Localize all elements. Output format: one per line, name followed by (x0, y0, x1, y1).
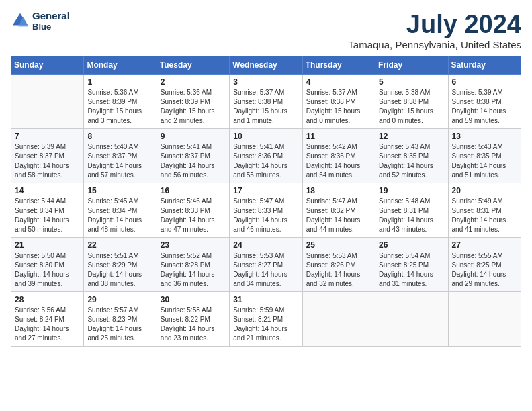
day-number: 28 (15, 295, 80, 304)
day-info: Sunrise: 5:49 AM Sunset: 8:31 PM Dayligh… (452, 197, 517, 234)
day-info: Sunrise: 5:41 AM Sunset: 8:36 PM Dayligh… (233, 142, 298, 180)
day-number: 25 (306, 240, 371, 250)
day-number: 14 (15, 186, 80, 195)
day-number: 15 (87, 186, 152, 195)
calendar-cell: 15Sunrise: 5:45 AM Sunset: 8:34 PM Dayli… (84, 183, 157, 237)
column-header-wednesday: Wednesday (230, 56, 302, 74)
calendar-cell: 28Sunrise: 5:56 AM Sunset: 8:24 PM Dayli… (11, 291, 84, 346)
day-number: 29 (87, 295, 152, 304)
day-info: Sunrise: 5:53 AM Sunset: 8:27 PM Dayligh… (233, 251, 298, 289)
calendar-cell: 18Sunrise: 5:47 AM Sunset: 8:32 PM Dayli… (302, 183, 375, 237)
calendar-cell: 29Sunrise: 5:57 AM Sunset: 8:23 PM Dayli… (84, 291, 157, 346)
day-info: Sunrise: 5:37 AM Sunset: 8:38 PM Dayligh… (306, 88, 371, 126)
calendar-cell (302, 291, 375, 346)
calendar-cell: 7Sunrise: 5:39 AM Sunset: 8:37 PM Daylig… (11, 128, 84, 183)
day-number: 31 (233, 295, 298, 304)
day-number: 19 (379, 186, 444, 195)
calendar-cell (11, 74, 84, 128)
day-number: 10 (233, 132, 298, 141)
day-info: Sunrise: 5:50 AM Sunset: 8:30 PM Dayligh… (15, 251, 80, 289)
column-header-friday: Friday (375, 56, 448, 74)
day-number: 22 (87, 240, 152, 250)
day-number: 4 (306, 77, 371, 87)
calendar-cell: 5Sunrise: 5:38 AM Sunset: 8:38 PM Daylig… (375, 74, 448, 128)
day-info: Sunrise: 5:36 AM Sunset: 8:39 PM Dayligh… (161, 88, 226, 126)
logo: General Blue (11, 11, 70, 32)
calendar-cell: 31Sunrise: 5:59 AM Sunset: 8:21 PM Dayli… (230, 291, 302, 346)
day-number: 21 (15, 240, 80, 250)
day-info: Sunrise: 5:37 AM Sunset: 8:38 PM Dayligh… (233, 88, 298, 126)
day-info: Sunrise: 5:46 AM Sunset: 8:33 PM Dayligh… (161, 197, 226, 234)
logo-icon (11, 11, 30, 30)
calendar-cell: 13Sunrise: 5:43 AM Sunset: 8:35 PM Dayli… (448, 128, 521, 183)
calendar-cell: 8Sunrise: 5:40 AM Sunset: 8:37 PM Daylig… (84, 128, 157, 183)
day-info: Sunrise: 5:41 AM Sunset: 8:37 PM Dayligh… (161, 142, 226, 180)
day-number: 5 (379, 77, 444, 87)
day-info: Sunrise: 5:43 AM Sunset: 8:35 PM Dayligh… (379, 142, 444, 180)
calendar-cell: 2Sunrise: 5:36 AM Sunset: 8:39 PM Daylig… (157, 74, 229, 128)
day-info: Sunrise: 5:39 AM Sunset: 8:38 PM Dayligh… (452, 88, 517, 126)
day-info: Sunrise: 5:52 AM Sunset: 8:28 PM Dayligh… (161, 251, 226, 289)
calendar-week-row: 21Sunrise: 5:50 AM Sunset: 8:30 PM Dayli… (11, 237, 521, 291)
day-info: Sunrise: 5:36 AM Sunset: 8:39 PM Dayligh… (87, 88, 152, 126)
calendar-cell: 20Sunrise: 5:49 AM Sunset: 8:31 PM Dayli… (448, 183, 521, 237)
logo-line1: General (32, 11, 70, 22)
calendar-table: SundayMondayTuesdayWednesdayThursdayFrid… (11, 56, 521, 347)
day-number: 16 (161, 186, 226, 195)
day-number: 26 (379, 240, 444, 250)
calendar-cell: 21Sunrise: 5:50 AM Sunset: 8:30 PM Dayli… (11, 237, 84, 291)
day-info: Sunrise: 5:55 AM Sunset: 8:25 PM Dayligh… (452, 251, 517, 289)
calendar-cell: 4Sunrise: 5:37 AM Sunset: 8:38 PM Daylig… (302, 74, 375, 128)
day-info: Sunrise: 5:48 AM Sunset: 8:31 PM Dayligh… (379, 197, 444, 234)
calendar-week-row: 14Sunrise: 5:44 AM Sunset: 8:34 PM Dayli… (11, 183, 521, 237)
day-info: Sunrise: 5:58 AM Sunset: 8:22 PM Dayligh… (161, 306, 226, 343)
calendar-cell: 3Sunrise: 5:37 AM Sunset: 8:38 PM Daylig… (230, 74, 302, 128)
day-info: Sunrise: 5:38 AM Sunset: 8:38 PM Dayligh… (379, 88, 444, 126)
day-number: 6 (452, 77, 517, 87)
calendar-week-row: 7Sunrise: 5:39 AM Sunset: 8:37 PM Daylig… (11, 128, 521, 183)
day-number: 23 (161, 240, 226, 250)
calendar-cell: 14Sunrise: 5:44 AM Sunset: 8:34 PM Dayli… (11, 183, 84, 237)
calendar-cell: 23Sunrise: 5:52 AM Sunset: 8:28 PM Dayli… (157, 237, 229, 291)
calendar-cell: 25Sunrise: 5:53 AM Sunset: 8:26 PM Dayli… (302, 237, 375, 291)
calendar-cell: 16Sunrise: 5:46 AM Sunset: 8:33 PM Dayli… (157, 183, 229, 237)
calendar-cell (448, 291, 521, 346)
column-header-saturday: Saturday (448, 56, 521, 74)
page-header: General Blue July 2024 Tamaqua, Pennsylv… (11, 11, 521, 50)
calendar-cell: 10Sunrise: 5:41 AM Sunset: 8:36 PM Dayli… (230, 128, 302, 183)
day-number: 12 (379, 132, 444, 141)
title-section: July 2024 Tamaqua, Pennsylvania, United … (348, 11, 521, 50)
day-info: Sunrise: 5:42 AM Sunset: 8:36 PM Dayligh… (306, 142, 371, 180)
day-number: 18 (306, 186, 371, 195)
calendar-cell: 26Sunrise: 5:54 AM Sunset: 8:25 PM Dayli… (375, 237, 448, 291)
month-title: July 2024 (348, 11, 521, 39)
day-number: 13 (452, 132, 517, 141)
day-number: 9 (161, 132, 226, 141)
calendar-cell: 22Sunrise: 5:51 AM Sunset: 8:29 PM Dayli… (84, 237, 157, 291)
day-number: 1 (87, 77, 152, 87)
day-info: Sunrise: 5:47 AM Sunset: 8:32 PM Dayligh… (306, 197, 371, 234)
day-info: Sunrise: 5:56 AM Sunset: 8:24 PM Dayligh… (15, 306, 80, 343)
day-info: Sunrise: 5:40 AM Sunset: 8:37 PM Dayligh… (87, 142, 152, 180)
day-number: 7 (15, 132, 80, 141)
day-info: Sunrise: 5:53 AM Sunset: 8:26 PM Dayligh… (306, 251, 371, 289)
day-number: 11 (306, 132, 371, 141)
day-info: Sunrise: 5:59 AM Sunset: 8:21 PM Dayligh… (233, 306, 298, 343)
calendar-header-row: SundayMondayTuesdayWednesdayThursdayFrid… (11, 56, 521, 74)
calendar-cell (375, 291, 448, 346)
calendar-week-row: 1Sunrise: 5:36 AM Sunset: 8:39 PM Daylig… (11, 74, 521, 128)
calendar-cell: 11Sunrise: 5:42 AM Sunset: 8:36 PM Dayli… (302, 128, 375, 183)
day-info: Sunrise: 5:54 AM Sunset: 8:25 PM Dayligh… (379, 251, 444, 289)
calendar-cell: 30Sunrise: 5:58 AM Sunset: 8:22 PM Dayli… (157, 291, 229, 346)
day-info: Sunrise: 5:57 AM Sunset: 8:23 PM Dayligh… (87, 306, 152, 343)
calendar-cell: 1Sunrise: 5:36 AM Sunset: 8:39 PM Daylig… (84, 74, 157, 128)
day-info: Sunrise: 5:44 AM Sunset: 8:34 PM Dayligh… (15, 197, 80, 234)
column-header-monday: Monday (84, 56, 157, 74)
calendar-cell: 27Sunrise: 5:55 AM Sunset: 8:25 PM Dayli… (448, 237, 521, 291)
calendar-week-row: 28Sunrise: 5:56 AM Sunset: 8:24 PM Dayli… (11, 291, 521, 346)
day-number: 3 (233, 77, 298, 87)
calendar-cell: 19Sunrise: 5:48 AM Sunset: 8:31 PM Dayli… (375, 183, 448, 237)
day-info: Sunrise: 5:45 AM Sunset: 8:34 PM Dayligh… (87, 197, 152, 234)
logo-line2: Blue (32, 22, 70, 32)
day-number: 20 (452, 186, 517, 195)
